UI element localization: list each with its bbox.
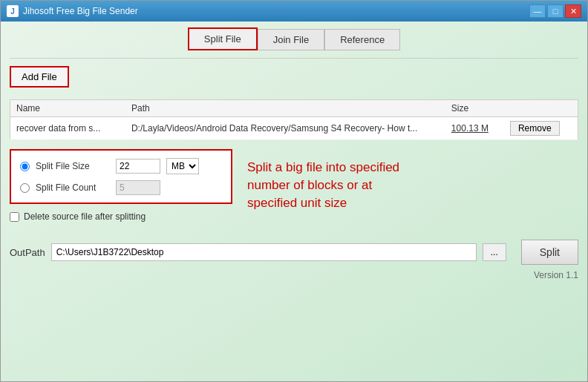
remove-cell: Remove xyxy=(504,117,578,140)
file-size-cell: 100.13 M xyxy=(445,117,504,140)
outpath-label: OutPath xyxy=(10,247,45,258)
lower-section: Split File Size MB KB GB Split File Coun… xyxy=(10,149,578,222)
left-panel: Split File Size MB KB GB Split File Coun… xyxy=(10,149,232,222)
right-description: Split a big file into specifiednumber of… xyxy=(247,149,578,222)
remove-button[interactable]: Remove xyxy=(510,121,560,136)
title-bar: J Jihosoft Free Big File Sender — □ ✕ xyxy=(1,1,587,22)
outpath-input[interactable] xyxy=(51,243,477,261)
split-count-radio[interactable] xyxy=(20,183,30,193)
tab-separator xyxy=(10,58,578,59)
version-area: Version 1.1 xyxy=(10,269,578,280)
app-icon: J xyxy=(7,5,19,17)
content-area: Split File Join File Reference Add File … xyxy=(1,22,587,381)
split-button[interactable]: Split xyxy=(521,240,578,265)
delete-source-checkbox[interactable] xyxy=(10,212,19,222)
split-btn-container: Split xyxy=(521,240,578,265)
main-window: J Jihosoft Free Big File Sender — □ ✕ Sp… xyxy=(0,0,588,382)
minimize-button[interactable]: — xyxy=(529,4,546,18)
delete-source-label: Delete source file after splitting xyxy=(24,211,146,222)
table-row: recover data from s... D:/Layla/Videos/A… xyxy=(10,117,578,140)
tab-bar: Split File Join File Reference xyxy=(10,27,578,50)
add-file-button[interactable]: Add File xyxy=(10,66,69,88)
browse-button[interactable]: ... xyxy=(483,243,506,261)
col-header-action xyxy=(504,100,578,117)
window-title: Jihosoft Free Big File Sender xyxy=(23,6,529,16)
split-size-radio[interactable] xyxy=(20,162,30,171)
close-button[interactable]: ✕ xyxy=(565,4,581,18)
split-count-label: Split File Count xyxy=(36,182,110,193)
col-header-name: Name xyxy=(10,100,125,117)
split-size-row: Split File Size MB KB GB xyxy=(20,158,222,174)
split-unit-select[interactable]: MB KB GB xyxy=(166,158,199,174)
description-text: Split a big file into specifiednumber of… xyxy=(247,159,399,211)
outpath-section: OutPath ... xyxy=(10,243,506,261)
col-header-size: Size xyxy=(445,100,504,117)
restore-button[interactable]: □ xyxy=(547,4,564,18)
delete-checkbox-row: Delete source file after splitting xyxy=(10,211,232,222)
file-name-cell: recover data from s... xyxy=(10,117,125,140)
file-table: Name Path Size recover data from s... D:… xyxy=(10,99,578,140)
version-label: Version 1.1 xyxy=(534,270,578,280)
split-size-input[interactable] xyxy=(116,159,160,174)
tab-join[interactable]: Join File xyxy=(258,29,324,50)
tab-split[interactable]: Split File xyxy=(188,27,258,50)
split-count-input[interactable] xyxy=(116,180,160,195)
split-size-label: Split File Size xyxy=(36,161,110,171)
bottom-row: OutPath ... Split xyxy=(10,229,578,265)
split-count-row: Split File Count xyxy=(20,180,222,195)
file-path-cell: D:/Layla/Videos/Android Data Recovery/Sa… xyxy=(125,117,445,140)
split-options-box: Split File Size MB KB GB Split File Coun… xyxy=(10,149,232,204)
tab-reference[interactable]: Reference xyxy=(324,29,400,50)
window-controls: — □ ✕ xyxy=(529,4,581,18)
col-header-path: Path xyxy=(125,100,445,117)
